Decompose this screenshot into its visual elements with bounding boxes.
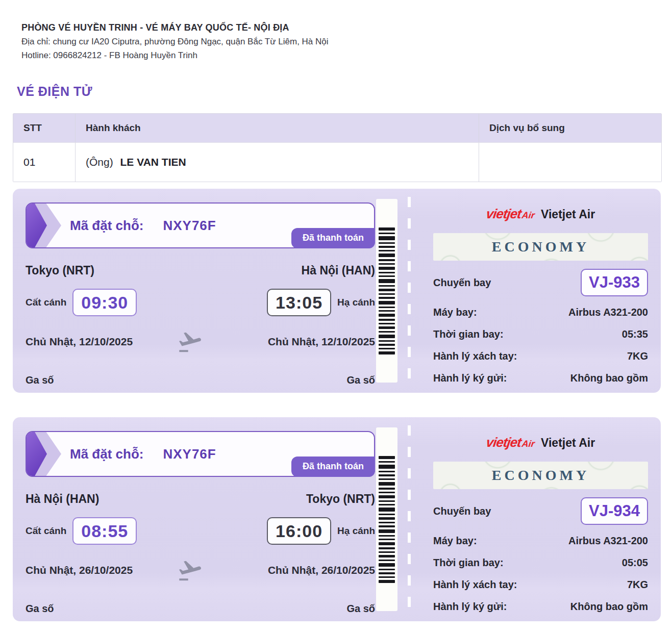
airplane-takeoff-icon (175, 557, 206, 584)
booking-code-label: Mã đặt chỗ: (70, 446, 143, 462)
aircraft-value: Airbus A321-200 (568, 307, 648, 318)
passenger-name: LE VAN TIEN (120, 156, 186, 168)
departure-time: 08:55 (72, 517, 137, 545)
arrival-gate-label: Ga số (346, 374, 375, 386)
page-title: VÉ ĐIỆN TỬ (17, 84, 661, 99)
flight-label: Chuyến bay (433, 277, 491, 289)
eticket-page: PHÒNG VÉ HUYỀN TRINH - VÉ MÁY BAY QUỐC T… (0, 0, 672, 621)
booking-code-box: Mã đặt chỗ: NXY76F Đã thanh toán (26, 202, 375, 248)
agency-hotline: Hotline: 0966824212 - FB Hoàng Huyền Tri… (21, 50, 661, 61)
col-header-passenger: Hành khách (76, 114, 479, 142)
perforation-divider (408, 197, 411, 385)
paid-status-badge: Đã thanh toán (291, 228, 375, 248)
hand-baggage-value: 7KG (627, 350, 648, 362)
passenger-table: STT Hành khách Dịch vụ bổ sung 01 (Ông) … (13, 113, 662, 182)
barcode (376, 199, 397, 383)
aircraft-value: Airbus A321-200 (568, 535, 648, 547)
ticket-flight-section: Mã đặt chỗ: NXY76F Đã thanh toán Hà Nội … (13, 417, 376, 621)
aircraft-label: Máy bay: (433, 307, 477, 318)
departure-label: Cất cánh (26, 297, 66, 308)
checked-baggage-value: Không bao gồm (570, 372, 648, 384)
booking-code-label: Mã đặt chỗ: (70, 218, 143, 234)
col-header-services: Dịch vụ bổ sung (479, 114, 661, 142)
flight-number: VJ-933 (581, 269, 648, 296)
departure-date: Chủ Nhật, 12/10/2025 (26, 336, 133, 348)
hand-baggage-label: Hành lý xách tay: (433, 579, 517, 591)
hand-baggage-value: 7KG (627, 579, 648, 591)
arrival-time: 16:00 (267, 517, 331, 545)
ticket-stub-section: vietjetAir Vietjet Air ECONOMY Chuyến ba… (421, 189, 661, 393)
origin-city: Hà Nội (HAN) (26, 492, 99, 506)
arrival-date: Chủ Nhật, 12/10/2025 (268, 336, 375, 348)
passenger-title: (Ông) (86, 156, 113, 168)
cabin-class-banner: ECONOMY (433, 462, 648, 489)
departure-date: Chủ Nhật, 26/10/2025 (26, 564, 133, 576)
arrival-label: Hạ cánh (337, 525, 375, 537)
cabin-class-banner: ECONOMY (433, 233, 648, 261)
booking-code-value: NXY76F (163, 218, 216, 234)
booking-code-box: Mã đặt chỗ: NXY76F Đã thanh toán (26, 431, 375, 477)
arrival-time: 13:05 (267, 289, 331, 316)
ticket-stub-section: vietjetAir Vietjet Air ECONOMY Chuyến ba… (421, 417, 661, 621)
ticket-card-return: Mã đặt chỗ: NXY76F Đã thanh toán Hà Nội … (13, 417, 661, 621)
passenger-table-header: STT Hành khách Dịch vụ bổ sung (13, 114, 661, 142)
table-row: 01 (Ông) LE VAN TIEN (13, 142, 661, 182)
flight-label: Chuyến bay (433, 505, 491, 517)
agency-name: PHÒNG VÉ HUYỀN TRINH - VÉ MÁY BAY QUỐC T… (21, 22, 661, 33)
airline-name: Vietjet Air (541, 436, 595, 450)
ticket-card-outbound: Mã đặt chỗ: NXY76F Đã thanh toán Tokyo (… (13, 189, 661, 393)
paid-status-badge: Đã thanh toán (291, 457, 375, 477)
perforation-divider (408, 425, 411, 613)
destination-city: Tokyo (NRT) (306, 492, 375, 506)
arrival-label: Hạ cánh (337, 297, 375, 308)
col-header-stt: STT (13, 114, 76, 142)
airline-name: Vietjet Air (541, 208, 595, 221)
passenger-services (479, 142, 661, 182)
checked-baggage-value: Không bao gồm (570, 601, 648, 613)
ticket-flight-section: Mã đặt chỗ: NXY76F Đã thanh toán Tokyo (… (13, 189, 376, 393)
departure-time: 09:30 (72, 289, 137, 316)
destination-city: Hà Nội (HAN) (302, 264, 375, 277)
duration-value: 05:35 (622, 328, 648, 340)
airplane-takeoff-icon (175, 328, 206, 355)
duration-value: 05:05 (622, 557, 648, 569)
aircraft-label: Máy bay: (433, 535, 477, 547)
departure-gate-label: Ga số (26, 603, 54, 615)
agency-header: PHÒNG VÉ HUYỀN TRINH - VÉ MÁY BAY QUỐC T… (21, 22, 661, 61)
agency-address: Địa chỉ: chung cư IA20 Ciputra, phường Đ… (21, 37, 661, 47)
duration-label: Thời gian bay: (433, 557, 504, 569)
booking-code-value: NXY76F (163, 446, 216, 462)
origin-city: Tokyo (NRT) (26, 264, 94, 277)
departure-gate-label: Ga số (26, 374, 54, 386)
barcode (376, 427, 397, 611)
arrival-gate-label: Ga số (346, 603, 375, 615)
passenger-index: 01 (13, 142, 76, 182)
arrival-date: Chủ Nhật, 26/10/2025 (268, 564, 375, 576)
departure-label: Cất cánh (26, 525, 66, 537)
checked-baggage-label: Hành lý ký gửi: (433, 372, 507, 384)
vietjet-logo: vietjetAir (485, 435, 536, 450)
passenger-cell: (Ông) LE VAN TIEN (76, 142, 479, 182)
duration-label: Thời gian bay: (433, 328, 504, 340)
vietjet-logo: vietjetAir (485, 206, 536, 222)
checked-baggage-label: Hành lý ký gửi: (433, 601, 507, 613)
flight-number: VJ-934 (581, 497, 648, 525)
hand-baggage-label: Hành lý xách tay: (433, 350, 517, 362)
